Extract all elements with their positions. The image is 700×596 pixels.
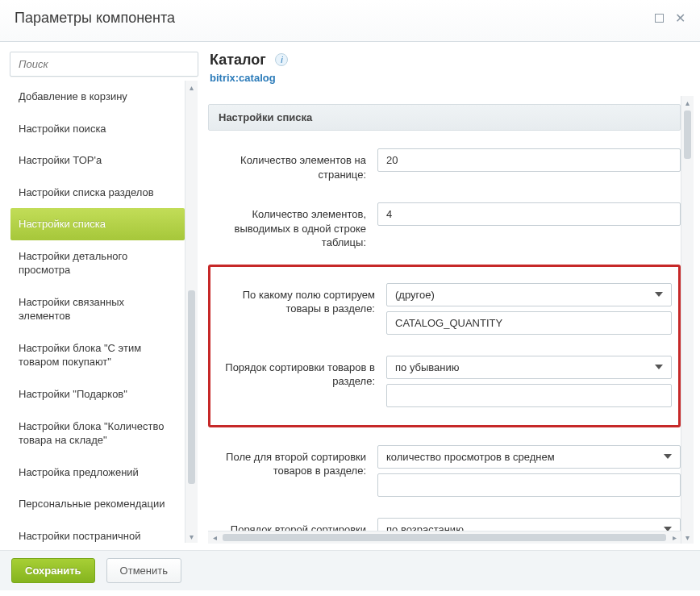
label-sort2-field: Поле для второй сортировки товаров в раз… bbox=[208, 445, 366, 478]
footer: Сохранить Отменить bbox=[0, 550, 700, 590]
scroll-left-icon[interactable]: ◂ bbox=[208, 531, 221, 544]
form-area: Настройки списка Количество элементов на… bbox=[208, 96, 694, 544]
section-header: Настройки списка bbox=[208, 104, 681, 131]
sidebar-item[interactable]: Настройки блока "С этим товаром покупают… bbox=[10, 332, 185, 378]
sidebar-nav: Добавление в корзинуНастройки поискаНаст… bbox=[10, 80, 198, 544]
chevron-down-icon bbox=[655, 292, 663, 297]
titlebar: Параметры компонента ✕ bbox=[0, 0, 700, 42]
sidebar-scrollbar[interactable]: ▴ ▾ bbox=[185, 81, 198, 543]
input-sort-field-custom[interactable] bbox=[386, 311, 672, 335]
save-button[interactable]: Сохранить bbox=[11, 558, 95, 583]
info-icon[interactable]: i bbox=[275, 53, 288, 66]
form-scrollbar-v[interactable]: ▴ ▾ bbox=[681, 96, 694, 544]
chevron-down-icon bbox=[655, 365, 663, 369]
highlight-box: По какому полю сортируем товары в раздел… bbox=[208, 265, 681, 427]
row-elements-per-page: Количество элементов на странице: bbox=[208, 142, 681, 196]
select-sort2-field[interactable]: количество просмотров в среднем bbox=[377, 445, 681, 469]
scroll-right-icon[interactable]: ▸ bbox=[668, 531, 681, 544]
sidebar-item[interactable]: Настройки ТОР'а bbox=[10, 144, 185, 177]
window-controls: ✕ bbox=[655, 14, 685, 23]
input-sort2-field-custom[interactable] bbox=[377, 473, 681, 497]
page-title: Каталог bbox=[210, 52, 266, 69]
search-input[interactable] bbox=[10, 52, 198, 76]
sidebar-item[interactable]: Настройки связанных элементов bbox=[10, 286, 185, 332]
scroll-thumb[interactable] bbox=[684, 110, 691, 159]
input-elements-per-row[interactable] bbox=[377, 202, 681, 226]
window-title: Параметры компонента bbox=[15, 10, 175, 27]
component-name-link[interactable]: bitrix:catalog bbox=[210, 69, 276, 96]
select-sort-field-value: (другое) bbox=[395, 289, 435, 301]
search-input-wrap bbox=[10, 52, 198, 77]
row-elements-per-row: Количество элементов, выводимых в одной … bbox=[208, 196, 681, 265]
form-scrollbar-h[interactable]: ◂ ▸ bbox=[208, 531, 681, 544]
maximize-icon[interactable] bbox=[655, 14, 664, 23]
label-elements-per-row: Количество элементов, выводимых в одной … bbox=[208, 202, 366, 250]
label-sort-field: По какому полю сортируем товары в раздел… bbox=[217, 283, 375, 316]
sidebar-item[interactable]: Настройки списка bbox=[10, 208, 185, 240]
label-elements-per-page: Количество элементов на странице: bbox=[208, 148, 366, 181]
select-sort-order-value: по убыванию bbox=[395, 361, 460, 373]
scroll-up-icon[interactable]: ▴ bbox=[681, 96, 694, 109]
sidebar: Добавление в корзинуНастройки поискаНаст… bbox=[10, 52, 198, 544]
select-sort-field[interactable]: (другое) bbox=[386, 283, 672, 306]
chevron-down-icon bbox=[664, 454, 672, 459]
sidebar-item[interactable]: Персональные рекомендации bbox=[10, 488, 185, 520]
sidebar-item[interactable]: Настройки блока "Количество товара на ск… bbox=[10, 411, 185, 456]
sidebar-item[interactable]: Настройки "Подарков" bbox=[10, 378, 185, 411]
sidebar-item[interactable]: Настройки детального просмотра bbox=[10, 240, 185, 286]
input-elements-per-page[interactable] bbox=[377, 148, 681, 172]
row-sort-field: По какому полю сортируем товары в раздел… bbox=[217, 277, 672, 349]
sidebar-item[interactable]: Настройки постраничной навигации bbox=[10, 520, 185, 544]
sidebar-item[interactable]: Настройки поиска bbox=[10, 113, 185, 145]
input-sort-order-custom[interactable] bbox=[386, 384, 672, 407]
scroll-down-icon[interactable]: ▾ bbox=[681, 531, 694, 544]
row-sort-order: Порядок сортировки товаров в разделе: по… bbox=[217, 349, 672, 422]
scroll-up-icon[interactable]: ▴ bbox=[185, 81, 198, 94]
sidebar-item[interactable]: Настройка предложений bbox=[10, 456, 185, 489]
label-sort-order: Порядок сортировки товаров в разделе: bbox=[217, 356, 375, 389]
cancel-button[interactable]: Отменить bbox=[106, 558, 181, 583]
select-sort2-field-value: количество просмотров в среднем bbox=[386, 451, 555, 463]
sidebar-item[interactable]: Настройки списка разделов bbox=[10, 177, 185, 209]
main-header: Каталог i bitrix:catalog bbox=[208, 52, 694, 96]
scroll-thumb[interactable] bbox=[188, 290, 195, 484]
scroll-thumb-h[interactable] bbox=[223, 534, 666, 541]
scroll-down-icon[interactable]: ▾ bbox=[185, 530, 198, 543]
row-sort2-field: Поле для второй сортировки товаров в раз… bbox=[208, 439, 681, 511]
sidebar-item[interactable]: Добавление в корзину bbox=[10, 81, 185, 113]
close-icon[interactable]: ✕ bbox=[675, 14, 685, 23]
main-panel: Каталог i bitrix:catalog Настройки списк… bbox=[208, 52, 694, 544]
select-sort-order[interactable]: по убыванию bbox=[386, 356, 672, 379]
